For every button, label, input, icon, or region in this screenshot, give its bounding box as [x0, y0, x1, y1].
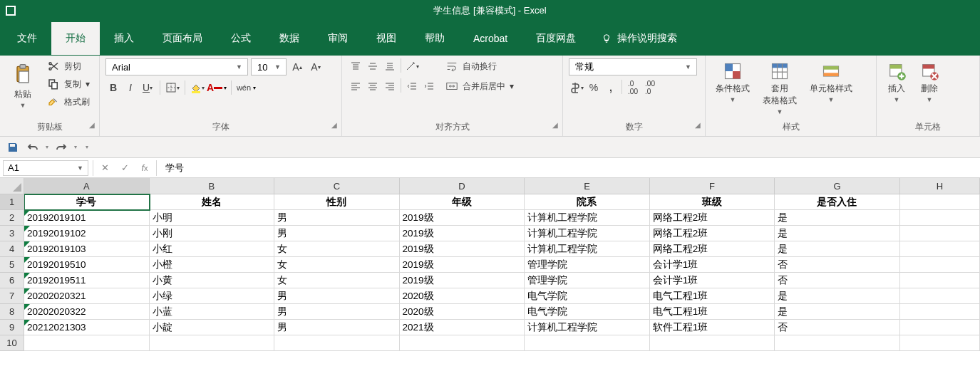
italic-button[interactable]: I	[123, 80, 138, 95]
cell[interactable]	[900, 335, 980, 351]
cell[interactable]: 管理学院	[525, 257, 650, 273]
align-right-button[interactable]	[382, 78, 398, 94]
cell[interactable]: 小红	[150, 241, 275, 257]
redo-button[interactable]	[54, 140, 68, 155]
chevron-down-icon[interactable]: ▼	[234, 63, 244, 71]
cell[interactable]: 性别	[274, 194, 400, 210]
cell[interactable]	[900, 241, 980, 257]
cell[interactable]: 男	[274, 320, 400, 335]
cell[interactable]: 小绿	[150, 288, 275, 304]
row-header[interactable]: 8	[0, 304, 24, 320]
percent-button[interactable]: %	[586, 80, 602, 95]
cell[interactable]: 男	[274, 288, 400, 304]
cell[interactable]: 2019级	[400, 210, 525, 226]
cell[interactable]: 电气学院	[525, 288, 650, 304]
cancel-formula-button[interactable]: ✕	[95, 160, 115, 176]
cell[interactable]: 会计学1班	[650, 257, 775, 273]
align-center-button[interactable]	[365, 78, 381, 94]
cell[interactable]: 姓名	[150, 194, 275, 210]
save-button[interactable]	[6, 140, 20, 155]
wrap-text-button[interactable]: 自动换行	[443, 58, 557, 74]
row-header[interactable]: 4	[0, 241, 24, 257]
font-size-combo[interactable]: 10▼	[251, 58, 287, 75]
cell[interactable]: 20212021303	[24, 320, 150, 335]
cell[interactable]: 是	[775, 304, 900, 320]
tab-data[interactable]: 数据	[265, 22, 314, 55]
cell[interactable]	[525, 335, 650, 351]
merge-center-button[interactable]: 合并后居中 ▾	[443, 78, 557, 94]
dialog-launcher-icon[interactable]: ◢	[331, 121, 337, 129]
paste-button[interactable]: 粘贴 ▼	[6, 58, 40, 112]
increase-indent-button[interactable]	[421, 78, 437, 94]
cell[interactable]: 男	[274, 304, 400, 320]
cell[interactable]	[900, 320, 980, 335]
chevron-down-icon[interactable]: ▼	[272, 63, 283, 71]
cell[interactable]: 是	[775, 210, 900, 226]
cell[interactable]: 是否入住	[775, 194, 900, 210]
row-header[interactable]: 6	[0, 273, 24, 288]
cell[interactable]: 2019级	[400, 241, 525, 257]
cell[interactable]: 网络工程2班	[650, 226, 775, 241]
cell[interactable]: 计算机工程学院	[525, 210, 650, 226]
column-header[interactable]: G	[775, 178, 900, 194]
select-all-corner[interactable]	[0, 178, 24, 194]
format-painter-button[interactable]: 格式刷	[44, 94, 93, 110]
cell[interactable]: 网络工程2班	[650, 210, 775, 226]
tab-file[interactable]: 文件	[3, 22, 51, 55]
qat-customize-icon[interactable]: ▾	[86, 144, 88, 150]
column-header[interactable]: A	[24, 178, 150, 194]
underline-button[interactable]: U▾	[140, 80, 155, 95]
bold-button[interactable]: B	[105, 80, 121, 95]
cell[interactable]	[900, 194, 980, 210]
cell[interactable]: 是	[775, 241, 900, 257]
cell[interactable]	[900, 226, 980, 241]
cell[interactable]: 20192019103	[24, 241, 150, 257]
dialog-launcher-icon[interactable]: ◢	[89, 121, 95, 129]
tell-me-search[interactable]: 操作说明搜索	[590, 32, 688, 45]
cell[interactable]	[274, 335, 400, 351]
delete-cells-button[interactable]: 删除▼	[915, 58, 944, 106]
cell-styles-button[interactable]: 单元格样式▼	[805, 58, 857, 106]
undo-button[interactable]	[26, 140, 40, 155]
cell[interactable]: 2019级	[400, 257, 525, 273]
tab-insert[interactable]: 插入	[100, 22, 148, 55]
align-left-button[interactable]	[348, 78, 363, 94]
cut-button[interactable]: 剪切	[44, 58, 93, 74]
conditional-format-button[interactable]: 条件格式▼	[711, 58, 754, 106]
cell[interactable]: 20192019102	[24, 226, 150, 241]
cell[interactable]: 计算机工程学院	[525, 320, 650, 335]
cell[interactable]: 20202020321	[24, 288, 150, 304]
chevron-down-icon[interactable]: ▾	[253, 85, 256, 91]
column-header[interactable]: F	[650, 178, 775, 194]
cell[interactable]: 班级	[650, 194, 775, 210]
cell[interactable]: 是	[775, 288, 900, 304]
formula-value[interactable]: 学号	[158, 162, 980, 174]
cell[interactable]: 2021级	[400, 320, 525, 335]
cell[interactable]	[24, 335, 150, 351]
tab-review[interactable]: 审阅	[314, 22, 362, 55]
chevron-down-icon[interactable]: ▾	[74, 144, 77, 150]
decrease-font-button[interactable]: A▾	[308, 59, 324, 75]
cell[interactable]: 男	[274, 210, 400, 226]
align-bottom-button[interactable]	[382, 58, 398, 74]
cell[interactable]: 小靛	[150, 320, 275, 335]
cell[interactable]: 20192019510	[24, 257, 150, 273]
cell[interactable]: 是	[775, 226, 900, 241]
cell[interactable]: 女	[274, 257, 400, 273]
cell[interactable]: 软件工程1班	[650, 320, 775, 335]
cell[interactable]: 管理学院	[525, 273, 650, 288]
row-header[interactable]: 10	[0, 335, 24, 351]
cell[interactable]: 网络工程2班	[650, 241, 775, 257]
fill-color-button[interactable]: ▾	[190, 80, 205, 95]
row-header[interactable]: 2	[0, 210, 24, 226]
cell[interactable]	[900, 304, 980, 320]
chevron-down-icon[interactable]: ▼	[683, 63, 693, 71]
cell[interactable]: 20192019511	[24, 273, 150, 288]
cell[interactable]: 小刚	[150, 226, 275, 241]
column-header[interactable]: D	[400, 178, 525, 194]
border-button[interactable]: ▾	[165, 80, 180, 95]
cell[interactable]	[900, 273, 980, 288]
row-header[interactable]: 7	[0, 288, 24, 304]
tab-help[interactable]: 帮助	[411, 22, 459, 55]
enter-formula-button[interactable]: ✓	[115, 160, 135, 176]
